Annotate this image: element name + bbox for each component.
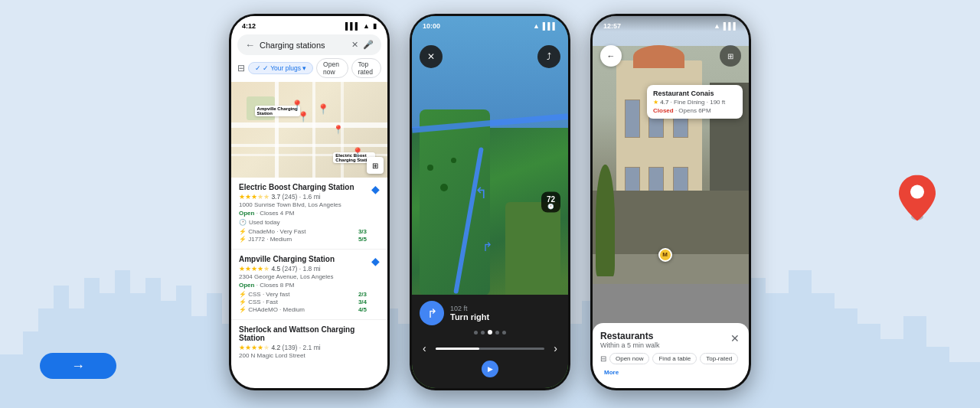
tune-icon[interactable]: ⊟ [237, 63, 245, 73]
phone-1-search-bar[interactable]: ← Charging stations ✕ 🎤 [237, 34, 381, 55]
station-3-address: 200 N Magic Lord Street [239, 352, 380, 359]
station-2-charger-2: ⚡ CSS · Fast 3/4 [239, 299, 367, 305]
station-3-rating: ★★★★★ 4.2 (139) · 2.1 mi [239, 344, 380, 351]
filter-chip-open[interactable]: Open now [316, 58, 348, 78]
station-item-3[interactable]: Sherlock and Wattson Charging Station ★★… [231, 320, 387, 361]
station-item-2[interactable]: Ampville Charging Station ★★★★★ 4.5 (247… [231, 250, 387, 320]
restaurant-tooltip[interactable]: Restaurant Conais ★ 4.7 · Fine Dining · … [647, 85, 743, 119]
check-icon: ✓ [255, 64, 261, 72]
tooltip-rating: ★ 4.7 · Fine Dining · 190 ft [653, 99, 737, 106]
station-1-charger-1: ⚡ ChadeMo · Very Fast 3/3 [239, 228, 367, 235]
mic-icon[interactable]: 🎤 [363, 40, 374, 50]
phone-2-top-controls: ✕ ⤴ [412, 45, 568, 68]
phone-2-status-icons: ▲ ▌▌▌ [533, 22, 557, 30]
search-text: Charging stations [260, 41, 347, 50]
panel-filter-row: ⊟ Open now Find a table Top-rated More [600, 353, 741, 377]
panel-chip-table[interactable]: Find a table [652, 353, 697, 364]
phone-2-time: 10:00 [423, 22, 440, 30]
phone-2: ↰ ↱ 72 🕐 10:00 ▲ ▌▌▌ [410, 14, 570, 390]
phone-1-status-icons: ▌▌▌ ▲ ▮ [345, 22, 377, 30]
station-1-status: Open · Closes 4 PM [239, 210, 367, 217]
phone-3-status-bar: 12:57 ▲ ▌▌▌ [593, 16, 749, 31]
station-2-rating: ★★★★★ 4.5 (247) · 1.8 mi [239, 265, 367, 273]
station-1-rating: ★★★★★ 3.7 (245) · 1.6 mi [239, 193, 367, 201]
red-map-pin [899, 175, 936, 224]
filter-chip-rated[interactable]: Top rated [351, 58, 381, 78]
turn-direction-btn: ↱ [420, 301, 444, 325]
tooltip-status: Closed · Opens 6PM [653, 107, 737, 114]
phone-1-time: 4:12 [242, 22, 256, 30]
phones-container: 4:12 ▌▌▌ ▲ ▮ ← Charging stations ✕ 🎤 ⊟ ✓ [229, 14, 751, 390]
panel-filter-icon: ⊟ [600, 354, 606, 363]
phone-1-map[interactable]: Ampville ChargingStation Electric BoostC… [231, 82, 387, 178]
back-arrow-icon[interactable]: ← [245, 39, 255, 51]
panel-chip-rated[interactable]: Top-rated [700, 353, 738, 364]
phone-1-filters: ⊟ ✓ ✓ Your plugs ▾ Open now Top rated [231, 58, 387, 82]
station-item-1[interactable]: Electric Boost Charging Station ★★★★★ 3.… [231, 178, 387, 250]
street-view-marker: M [658, 248, 672, 262]
phone-3-wifi: ▲ [714, 22, 720, 30]
station-2-charger-1: ⚡ CSS · Very fast 2/3 [239, 291, 367, 298]
tooltip-name: Restaurant Conais [653, 90, 737, 97]
panel-chip-more[interactable]: More [600, 367, 622, 377]
signal-icon: ▌▌▌ [345, 22, 360, 30]
panel-header: Restaurants Within a 5 min walk ✕ [600, 331, 741, 349]
phone-2-share-btn[interactable]: ⤴ [537, 45, 560, 68]
phone-3-grid-btn[interactable]: ⊞ [720, 45, 741, 67]
speed-badge: 72 🕐 [541, 192, 560, 213]
phone-2-nav-panel: ↱ 102 ft Turn right ‹ [412, 295, 568, 388]
station-2-status: Open · Closes 8 PM [239, 282, 367, 289]
phone-3-time: 12:57 [603, 22, 621, 30]
panel-close-btn[interactable]: ✕ [729, 331, 741, 346]
phone-2-next-btn[interactable]: › [550, 339, 560, 357]
phone-3-signal: ▌▌▌ [724, 22, 738, 30]
chevron-icon: ▾ [302, 64, 306, 72]
map-pin-5: 📍 [333, 125, 344, 135]
phone-3: M 12:57 ▲ ▌▌▌ ← ⊞ Restaurant Conais ★ [590, 14, 751, 390]
panel-chip-open[interactable]: Open now [609, 353, 649, 364]
panel-subtitle: Within a 5 min walk [600, 341, 660, 349]
panel-title: Restaurants [600, 331, 660, 341]
station-1-charger-2: ⚡ J1772 · Medium 5/5 [239, 236, 367, 243]
station-2-charger-3: ⚡ CHAdeMO · Medium 4/5 [239, 306, 367, 313]
blue-arrow-decoration: → [40, 353, 116, 379]
svg-point-1 [910, 184, 924, 198]
close-icon[interactable]: ✕ [351, 40, 358, 50]
phone-3-top-controls: ← ⊞ [593, 45, 749, 67]
filter-rated-label: Top rated [358, 60, 373, 76]
phone-1: 4:12 ▌▌▌ ▲ ▮ ← Charging stations ✕ 🎤 ⊟ ✓ [229, 14, 390, 390]
phone-2-signal: ▌▌▌ [543, 22, 557, 30]
phone-2-progress-bar [436, 348, 545, 350]
phone-3-screen: M 12:57 ▲ ▌▌▌ ← ⊞ Restaurant Conais ★ [593, 16, 749, 388]
station-3-name: Sherlock and Wattson Charging Station [239, 325, 380, 342]
phone-2-turn-instruction: ↱ 102 ft Turn right [420, 301, 560, 325]
phone-3-bottom-panel: Restaurants Within a 5 min walk ✕ ⊟ Open… [593, 323, 749, 388]
station-1-name: Electric Boost Charging Station [239, 183, 367, 191]
station-1-used: 🕐Used today [239, 219, 367, 226]
phone-2-turn-text: Turn right [450, 312, 489, 322]
filter-chip-plugs[interactable]: ✓ ✓ Your plugs ▾ [248, 62, 313, 74]
phone-2-close-btn[interactable]: ✕ [420, 45, 443, 68]
station-1-address: 1000 Sunrise Town Blvd, Los Angeles [239, 201, 367, 208]
battery-icon: ▮ [373, 22, 377, 30]
phone-2-prev-btn[interactable]: ‹ [420, 339, 430, 357]
map-layers-btn[interactable]: ⊞ [367, 157, 384, 174]
map-pin-2: 📍 [317, 103, 329, 115]
station-1-diamond: ◆ [371, 183, 380, 195]
play-btn[interactable]: ▶ [482, 361, 498, 377]
phone-3-back-btn[interactable]: ← [600, 45, 622, 67]
station-list: Electric Boost Charging Station ★★★★★ 3.… [231, 178, 387, 361]
phone-2-play-control: ▶ [420, 361, 560, 377]
phone-1-screen: 4:12 ▌▌▌ ▲ ▮ ← Charging stations ✕ 🎤 ⊟ ✓ [231, 16, 387, 388]
phone-2-dot-progress [420, 330, 560, 335]
filter-plugs-label: ✓ Your plugs [263, 64, 301, 72]
map-pin-3: 📍 [297, 111, 309, 122]
phone-2-turn-dist: 102 ft [450, 305, 489, 312]
filter-open-label: Open now [323, 60, 339, 76]
phone-2-screen: ↰ ↱ 72 🕐 10:00 ▲ ▌▌▌ [412, 16, 568, 388]
phone-2-nav-controls: ‹ › [420, 339, 560, 357]
station-2-name: Ampville Charging Station [239, 255, 367, 263]
phone-3-status-icons: ▲ ▌▌▌ [714, 22, 738, 30]
map-pin-4: 📍 [351, 147, 364, 158]
wifi-icon: ▲ [363, 22, 370, 30]
